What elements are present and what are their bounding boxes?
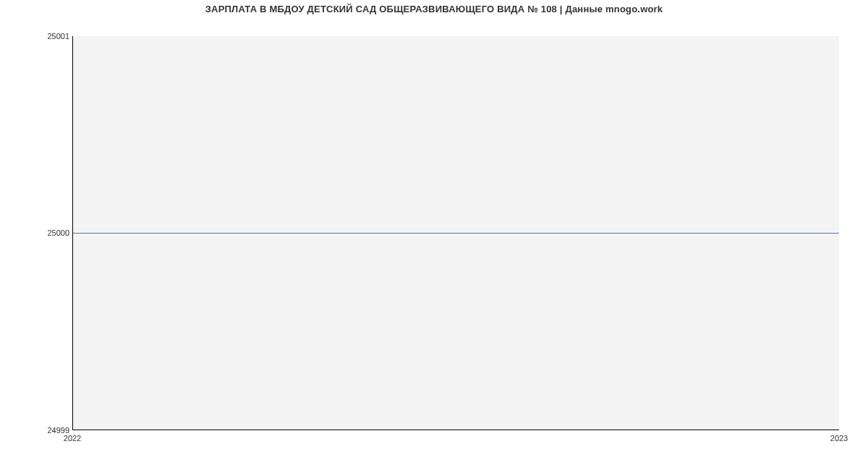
y-tick-bottom: 24999 (4, 426, 69, 435)
x-tick-left: 2022 (64, 434, 81, 443)
series-line (73, 233, 839, 234)
chart-title: ЗАРПЛАТА В МБДОУ ДЕТСКИЙ САД ОБЩЕРАЗВИВА… (0, 4, 868, 14)
plot-area (72, 36, 839, 430)
y-tick-top: 25001 (4, 32, 69, 40)
chart-container: ЗАРПЛАТА В МБДОУ ДЕТСКИЙ САД ОБЩЕРАЗВИВА… (0, 0, 868, 470)
y-tick-middle: 25000 (4, 228, 69, 237)
x-tick-right: 2023 (830, 434, 848, 443)
